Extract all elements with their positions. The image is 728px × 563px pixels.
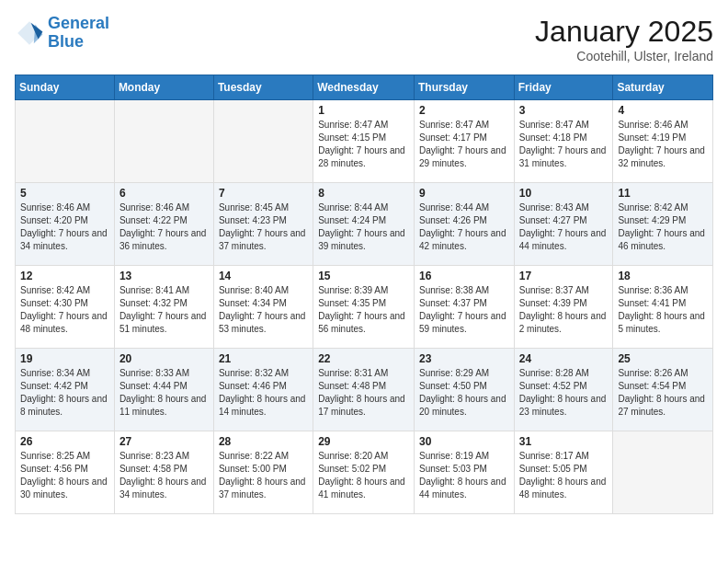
calendar-cell: 22Sunrise: 8:31 AMSunset: 4:48 PMDayligh… [313,349,415,431]
day-info: Sunrise: 8:41 AMSunset: 4:32 PMDaylight:… [119,284,209,336]
day-info: Sunrise: 8:40 AMSunset: 4:34 PMDaylight:… [219,284,308,336]
calendar-cell: 24Sunrise: 8:28 AMSunset: 4:52 PMDayligh… [514,349,613,431]
calendar-week-row: 12Sunrise: 8:42 AMSunset: 4:30 PMDayligh… [16,266,713,349]
day-number: 24 [519,352,609,365]
calendar-table: SundayMondayTuesdayWednesdayThursdayFrid… [15,75,713,514]
calendar-cell [16,100,115,183]
day-info: Sunrise: 8:45 AMSunset: 4:23 PMDaylight:… [219,201,308,253]
day-info: Sunrise: 8:26 AMSunset: 4:54 PMDaylight:… [618,367,708,419]
calendar-cell [114,100,213,183]
calendar-cell: 11Sunrise: 8:42 AMSunset: 4:29 PMDayligh… [613,183,713,266]
calendar-cell: 8Sunrise: 8:44 AMSunset: 4:24 PMDaylight… [313,183,415,266]
day-info: Sunrise: 8:19 AMSunset: 5:03 PMDaylight:… [419,450,509,501]
calendar-cell: 16Sunrise: 8:38 AMSunset: 4:37 PMDayligh… [414,266,514,349]
logo-text: General Blue [48,15,109,52]
header-friday: Friday [514,75,613,100]
day-number: 15 [318,270,409,282]
day-info: Sunrise: 8:47 AMSunset: 4:15 PMDaylight:… [318,119,409,170]
day-info: Sunrise: 8:17 AMSunset: 5:05 PMDaylight:… [519,450,609,501]
day-info: Sunrise: 8:20 AMSunset: 5:02 PMDaylight:… [318,450,409,501]
header-sunday: Sunday [16,75,115,100]
day-info: Sunrise: 8:46 AMSunset: 4:22 PMDaylight:… [119,201,209,253]
calendar-week-row: 26Sunrise: 8:25 AMSunset: 4:56 PMDayligh… [16,431,713,514]
day-info: Sunrise: 8:25 AMSunset: 4:56 PMDaylight:… [20,450,109,501]
day-info: Sunrise: 8:37 AMSunset: 4:39 PMDaylight:… [519,284,609,336]
calendar-cell: 1Sunrise: 8:47 AMSunset: 4:15 PMDaylight… [313,100,415,183]
calendar-cell: 25Sunrise: 8:26 AMSunset: 4:54 PMDayligh… [613,349,713,431]
calendar-cell: 14Sunrise: 8:40 AMSunset: 4:34 PMDayligh… [213,266,313,349]
calendar-cell: 20Sunrise: 8:33 AMSunset: 4:44 PMDayligh… [114,349,213,431]
calendar-cell: 27Sunrise: 8:23 AMSunset: 4:58 PMDayligh… [114,431,213,514]
day-number: 1 [318,104,409,117]
day-number: 13 [119,270,209,282]
day-number: 5 [20,187,109,200]
header-thursday: Thursday [414,75,514,100]
day-info: Sunrise: 8:23 AMSunset: 4:58 PMDaylight:… [119,450,209,501]
day-number: 10 [519,187,609,200]
day-number: 31 [519,435,609,448]
day-info: Sunrise: 8:32 AMSunset: 4:46 PMDaylight:… [219,367,308,419]
calendar-cell: 15Sunrise: 8:39 AMSunset: 4:35 PMDayligh… [313,266,415,349]
calendar-cell: 4Sunrise: 8:46 AMSunset: 4:19 PMDaylight… [613,100,713,183]
calendar-cell: 3Sunrise: 8:47 AMSunset: 4:18 PMDaylight… [514,100,613,183]
day-number: 4 [618,104,708,117]
calendar-header-row: SundayMondayTuesdayWednesdayThursdayFrid… [16,75,713,100]
calendar-week-row: 5Sunrise: 8:46 AMSunset: 4:20 PMDaylight… [16,183,713,266]
calendar-cell: 9Sunrise: 8:44 AMSunset: 4:26 PMDaylight… [414,183,514,266]
day-info: Sunrise: 8:39 AMSunset: 4:35 PMDaylight:… [318,284,409,336]
title-block: January 2025 Cootehill, Ulster, Ireland [535,15,713,63]
calendar-cell: 18Sunrise: 8:36 AMSunset: 4:41 PMDayligh… [613,266,713,349]
logo: General Blue [15,15,109,52]
calendar-cell: 21Sunrise: 8:32 AMSunset: 4:46 PMDayligh… [213,349,313,431]
calendar-cell: 23Sunrise: 8:29 AMSunset: 4:50 PMDayligh… [414,349,514,431]
day-number: 14 [219,270,308,282]
day-info: Sunrise: 8:38 AMSunset: 4:37 PMDaylight:… [419,284,509,336]
day-number: 18 [618,270,708,282]
day-info: Sunrise: 8:31 AMSunset: 4:48 PMDaylight:… [318,367,409,419]
day-number: 29 [318,435,409,448]
calendar-subtitle: Cootehill, Ulster, Ireland [535,49,713,63]
day-info: Sunrise: 8:42 AMSunset: 4:30 PMDaylight:… [20,284,109,336]
day-info: Sunrise: 8:28 AMSunset: 4:52 PMDaylight:… [519,367,609,419]
calendar-cell [213,100,313,183]
page-header: General Blue January 2025 Cootehill, Uls… [15,15,713,63]
day-number: 22 [318,352,409,365]
logo-line2: Blue [48,32,84,51]
calendar-cell: 31Sunrise: 8:17 AMSunset: 5:05 PMDayligh… [514,431,613,514]
day-number: 30 [419,435,509,448]
day-info: Sunrise: 8:29 AMSunset: 4:50 PMDaylight:… [419,367,509,419]
day-info: Sunrise: 8:44 AMSunset: 4:24 PMDaylight:… [318,201,409,253]
calendar-cell: 29Sunrise: 8:20 AMSunset: 5:02 PMDayligh… [313,431,415,514]
calendar-cell: 2Sunrise: 8:47 AMSunset: 4:17 PMDaylight… [414,100,514,183]
logo-icon [15,18,44,48]
day-number: 27 [119,435,209,448]
day-number: 12 [20,270,109,282]
day-info: Sunrise: 8:44 AMSunset: 4:26 PMDaylight:… [419,201,509,253]
day-info: Sunrise: 8:47 AMSunset: 4:18 PMDaylight:… [519,119,609,170]
day-number: 9 [419,187,509,200]
day-number: 25 [618,352,708,365]
calendar-cell: 6Sunrise: 8:46 AMSunset: 4:22 PMDaylight… [114,183,213,266]
calendar-cell: 19Sunrise: 8:34 AMSunset: 4:42 PMDayligh… [16,349,115,431]
day-info: Sunrise: 8:34 AMSunset: 4:42 PMDaylight:… [20,367,109,419]
day-info: Sunrise: 8:46 AMSunset: 4:20 PMDaylight:… [20,201,109,253]
day-number: 21 [219,352,308,365]
header-monday: Monday [114,75,213,100]
day-number: 8 [318,187,409,200]
calendar-cell: 12Sunrise: 8:42 AMSunset: 4:30 PMDayligh… [16,266,115,349]
day-number: 28 [219,435,308,448]
day-number: 6 [119,187,209,200]
calendar-week-row: 1Sunrise: 8:47 AMSunset: 4:15 PMDaylight… [16,100,713,183]
day-info: Sunrise: 8:36 AMSunset: 4:41 PMDaylight:… [618,284,708,336]
day-info: Sunrise: 8:22 AMSunset: 5:00 PMDaylight:… [219,450,308,501]
calendar-title: January 2025 [535,15,713,49]
day-info: Sunrise: 8:47 AMSunset: 4:17 PMDaylight:… [419,119,509,170]
day-info: Sunrise: 8:33 AMSunset: 4:44 PMDaylight:… [119,367,209,419]
day-number: 16 [419,270,509,282]
day-info: Sunrise: 8:43 AMSunset: 4:27 PMDaylight:… [519,201,609,253]
calendar-cell: 13Sunrise: 8:41 AMSunset: 4:32 PMDayligh… [114,266,213,349]
calendar-cell: 7Sunrise: 8:45 AMSunset: 4:23 PMDaylight… [213,183,313,266]
header-tuesday: Tuesday [213,75,313,100]
day-number: 20 [119,352,209,365]
day-number: 19 [20,352,109,365]
